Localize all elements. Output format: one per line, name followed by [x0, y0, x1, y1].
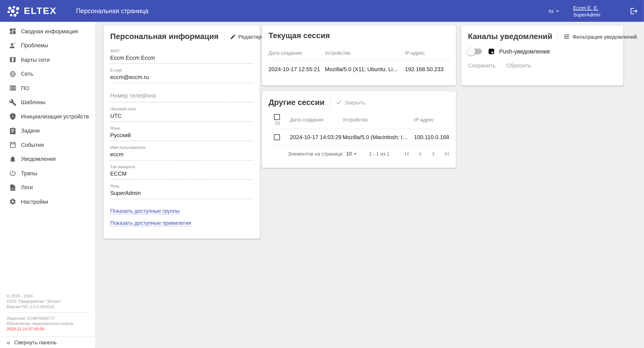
- language-selector[interactable]: ru: [548, 8, 561, 14]
- sidebar-item-software[interactable]: ПО: [0, 81, 95, 95]
- current-session-header: Текущая сессия: [262, 26, 456, 40]
- table-row: 2024-10-17 12:55:21 Mozilla/5.0 (X11; Ub…: [268, 60, 449, 78]
- page-title: Персональная страница: [76, 7, 148, 15]
- next-page-button[interactable]: [430, 150, 437, 158]
- row-checkbox[interactable]: [274, 134, 280, 140]
- check-icon: [336, 99, 342, 106]
- calendar-icon: [9, 141, 16, 149]
- notification-channels-card: Каналы уведомлений Фильтрация уведомлени…: [461, 26, 623, 86]
- reset-button[interactable]: Сбросить: [506, 63, 531, 69]
- divider: [224, 31, 224, 42]
- software-icon: [9, 84, 16, 92]
- sidebar-item-label: Карты сети: [21, 57, 50, 63]
- divider: [558, 31, 558, 42]
- user-role: SuperAdmin: [573, 12, 600, 18]
- last-page-button[interactable]: [443, 150, 450, 158]
- paginator: Элементов на странице 10 1 - 1 из 1: [262, 146, 456, 162]
- field-fio[interactable]: ФИО Eccm Eccm Eccm: [110, 49, 253, 64]
- power-icon: [9, 170, 16, 177]
- select-all-checkbox[interactable]: [274, 114, 280, 120]
- sidebar-item-traps[interactable]: Трапы: [0, 166, 95, 180]
- logout-button[interactable]: [630, 7, 638, 15]
- field-label: Часовой пояс: [110, 107, 253, 111]
- page-size-select[interactable]: 10: [346, 150, 359, 158]
- field-value: Eccm Eccm Eccm: [110, 55, 253, 61]
- license-update-label: Обновление лицензионного ключа:: [6, 321, 91, 326]
- notification-channels-header: Каналы уведомлений Фильтрация уведомлени…: [461, 26, 623, 42]
- cell-device: Mozilla/5.0 (Macintosh; Inte...: [342, 134, 414, 140]
- field-language[interactable]: Язык Русский: [110, 126, 253, 141]
- sidebar-item-label: Логи: [21, 184, 33, 191]
- personal-links: Показать доступные группы Показать досту…: [104, 203, 260, 231]
- sidebar-item-network-maps[interactable]: Карты сети: [0, 53, 95, 67]
- sidebar-item-device-init[interactable]: A Инициализация устройств: [0, 110, 95, 124]
- divider: [330, 97, 330, 108]
- other-sessions-title: Другие сессии: [268, 98, 324, 107]
- sidebar-item-problems[interactable]: Проблемы: [0, 39, 95, 53]
- svg-text:A: A: [12, 115, 14, 118]
- cell-created: 2024-10-17 12:55:21: [268, 66, 325, 72]
- field-role[interactable]: Роль SuperAdmin: [110, 184, 253, 199]
- footer-divider: [6, 312, 91, 313]
- personal-fields: ФИО Eccm Eccm Eccm E-mail eccm@eccm.ru Н…: [104, 42, 260, 199]
- personal-info-title: Персональная информация: [110, 32, 219, 41]
- field-label: Тип аккаунта: [110, 165, 253, 169]
- show-groups-link[interactable]: Показать доступные группы: [110, 208, 180, 214]
- first-page-button[interactable]: [404, 150, 411, 158]
- previous-page-button[interactable]: [416, 150, 424, 158]
- sidebar-item-summary[interactable]: Сводная информация: [0, 24, 95, 38]
- items-per-page-label: Элементов на странице: [288, 151, 342, 157]
- app-root: ELTEX Персональная страница ru Eccm E. E…: [0, 0, 644, 348]
- show-privileges-link[interactable]: Показать доступные привилегии: [110, 220, 191, 226]
- license: Лицензия: ECMF0000777: [6, 315, 91, 321]
- notification-channels-title: Каналы уведомлений: [468, 32, 552, 41]
- field-value: Русский: [110, 132, 253, 138]
- column-header-created: Дата создания: [290, 117, 342, 122]
- last-page-icon: [443, 150, 450, 158]
- sidebar-item-label: Уведомления: [21, 156, 56, 162]
- current-session-title: Текущая сессия: [268, 31, 330, 40]
- field-username[interactable]: Имя пользователя eccm: [110, 145, 253, 160]
- push-toggle[interactable]: [468, 49, 482, 54]
- logo-text: ELTEX: [24, 6, 57, 17]
- sidebar-item-label: Сеть: [21, 71, 33, 77]
- sidebar-item-label: ПО: [21, 85, 29, 91]
- column-header-device: Устройство: [342, 117, 414, 122]
- user-name-link[interactable]: Eccm E. E.: [573, 6, 598, 12]
- field-account-type[interactable]: Тип аккаунта ECCM: [110, 165, 253, 180]
- push-toggle-thumb: [467, 47, 476, 56]
- license-update-date: 2024-11-14 07:00:00: [6, 326, 91, 332]
- field-timezone[interactable]: Часовой пояс UTC: [110, 107, 253, 122]
- field-label: ФИО: [110, 49, 253, 53]
- collapse-panel-button[interactable]: « Свернуть панель: [0, 336, 95, 348]
- cell-created: 2024-10-17 14:03:29: [290, 134, 342, 140]
- app-header: ELTEX Персональная страница ru Eccm E. E…: [0, 0, 644, 22]
- sidebar-item-templates[interactable]: Шаблоны: [0, 95, 95, 109]
- language-value: ru: [548, 8, 554, 14]
- sidebar-item-events[interactable]: События: [0, 138, 95, 152]
- sidebar-item-settings[interactable]: Настройки: [0, 195, 95, 209]
- page-size-value: 10: [346, 151, 352, 157]
- sidebar-item-label: Сводная информация: [21, 28, 78, 35]
- close-sessions-button[interactable]: Закрыть: [336, 99, 365, 106]
- notification-filter-label: Фильтрация уведомлений: [572, 34, 637, 40]
- field-label: Имя пользователя: [110, 145, 253, 150]
- sidebar-item-notifications[interactable]: Уведомления: [0, 152, 95, 166]
- page-range: 1 - 1 из 1: [369, 151, 389, 157]
- sidebar-item-network[interactable]: Сеть: [0, 67, 95, 81]
- other-sessions-header: Другие сессии Закрыть: [262, 91, 456, 108]
- save-button[interactable]: Сохранить: [468, 63, 496, 69]
- cell-ip: 192.168.50.233: [405, 66, 449, 72]
- sidebar-item-tasks[interactable]: Задачи: [0, 124, 95, 138]
- close-sessions-label: Закрыть: [344, 99, 365, 106]
- field-placeholder: Номер телефона: [110, 92, 156, 100]
- field-value: SuperAdmin: [110, 190, 253, 196]
- sidebar-item-logs[interactable]: LOG Логи: [0, 180, 95, 195]
- svg-text:LOG: LOG: [11, 188, 14, 190]
- double-chevron-left-icon: «: [6, 339, 10, 346]
- notification-filter-button[interactable]: Фильтрация уведомлений: [564, 33, 637, 40]
- field-label: E-mail: [110, 68, 253, 73]
- current-session-table-header: Дата создания Устройство IP-адрес: [268, 46, 449, 60]
- field-email[interactable]: E-mail eccm@eccm.ru: [110, 68, 253, 83]
- field-phone[interactable]: Номер телефона: [110, 87, 253, 103]
